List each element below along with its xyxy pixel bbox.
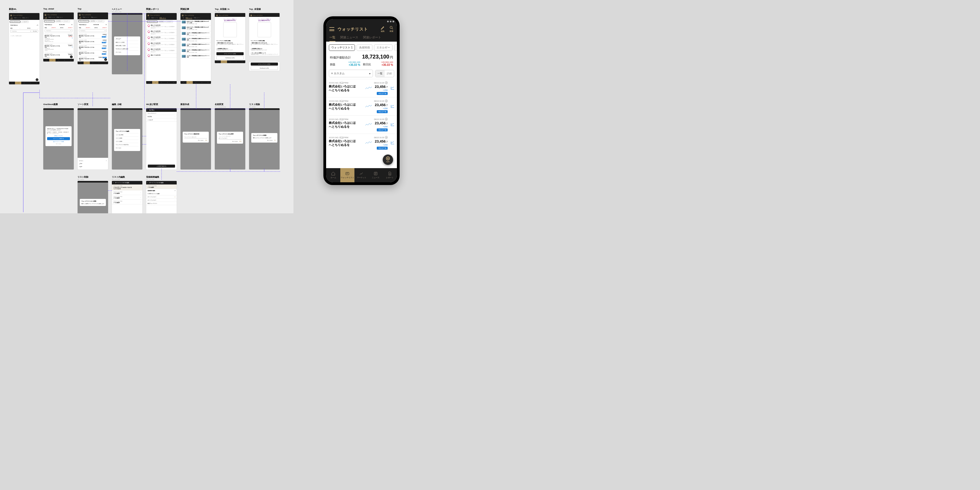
add-icon[interactable] xyxy=(385,100,388,102)
thumb-new-wl: ウォッチリスト 一覧関連ニュース関連レポート ウォッチリスト 1とりあえず 時価… xyxy=(9,13,40,84)
back-icon[interactable]: ‹ xyxy=(148,109,148,111)
chart-icon[interactable] xyxy=(391,123,394,126)
frame-new-wl: 新規WL WL_Top_New ウォッチリスト 一覧関連ニュース関連レポート ウ… xyxy=(9,8,40,84)
search-icon xyxy=(389,25,394,30)
drag-icon[interactable]: ≡ xyxy=(175,113,175,114)
device-frame: ウォッチリスト 編集 検索 一覧 関連ニュース xyxy=(323,16,399,185)
fab-add[interactable]: + xyxy=(36,78,38,81)
seg-list[interactable]: 一覧 xyxy=(375,70,385,77)
total-amount: 18,723,100円 xyxy=(362,54,393,60)
fab-add[interactable]: 追加 xyxy=(383,155,393,165)
frame-unreg: Top_未登録 WL_Top ウォッチリスト ウォッチリストに登録して あなた専… xyxy=(249,8,280,71)
status-square-icon xyxy=(393,21,394,22)
chip-fx[interactable]: 為替関係 xyxy=(356,44,372,51)
pnl-label: 損益 xyxy=(330,63,336,67)
list-item[interactable]: XXXX.NG 名証PRM株式会社いろはにほへとちりぬるを 08/10 18:2… xyxy=(326,133,397,152)
chart-icon[interactable] xyxy=(391,141,394,144)
home-icon xyxy=(148,24,150,27)
frame-subtitle: WL_Top_New xyxy=(9,11,40,13)
sparkline-icon xyxy=(365,104,372,109)
tab-watchlist[interactable]: ウォッチリスト xyxy=(340,168,355,182)
status-dot-icon xyxy=(390,21,391,22)
sparkline-icon xyxy=(365,122,372,127)
market-icon xyxy=(360,171,364,176)
svg-point-0 xyxy=(390,26,392,29)
back-icon[interactable]: ‹ xyxy=(113,182,114,183)
burger-icon[interactable] xyxy=(148,15,149,16)
page-title: ウォッチリスト xyxy=(337,27,377,32)
frame-delete: リスト削除 WL_delete ウォッチリストの削除 選択したウォッチリストを削… xyxy=(249,103,280,170)
plus-icon xyxy=(386,157,390,160)
create-name-input[interactable] xyxy=(184,136,207,138)
pencil-icon xyxy=(380,25,385,30)
chart-icon[interactable] xyxy=(391,105,394,108)
promo-hero xyxy=(223,22,237,37)
add-icon[interactable] xyxy=(385,118,388,121)
home-icon xyxy=(331,171,336,176)
prev-value: +49,960,100 +36.03 % xyxy=(381,61,393,67)
back-icon[interactable]: ‹ xyxy=(148,182,148,183)
chip-watchlist-1[interactable]: ウォッチリスト 1 xyxy=(329,44,355,51)
frame-rename: 名前変更 WL_ChangeName ウォッチリスト名を変更 ウォッチリスト名を… xyxy=(215,103,245,170)
pnl-value: +49,960,100 +36.03 % xyxy=(348,61,360,67)
tab-report[interactable]: レポート xyxy=(383,168,397,182)
tab-news[interactable]: 関連ニュース xyxy=(340,35,358,42)
report-icon xyxy=(388,171,392,176)
frame-top: Top WL_Top_Default ウォッチリスト 一覧関連ニュース関連レポー… xyxy=(78,8,108,64)
burger-icon[interactable] xyxy=(79,14,81,16)
view-segment: 一覧 詳細 xyxy=(375,70,394,77)
frame-unreg-fv: Top_未登録_fv WL_Top ウォッチリスト ウォッチリストに登録して あ… xyxy=(215,8,245,63)
watchlist-icon xyxy=(345,171,350,176)
item-timestamp: 08/10 18:28 xyxy=(374,82,384,84)
item-change: +150 xyxy=(374,89,388,91)
prev-label: 前日比 xyxy=(363,63,371,67)
burger-icon[interactable] xyxy=(10,15,12,16)
edit-button[interactable]: 編集 xyxy=(380,25,385,33)
tab-list[interactable]: 一覧 xyxy=(329,35,336,42)
chevron-down-icon: ▾ xyxy=(369,72,371,75)
chip-energy[interactable]: エネルギー xyxy=(374,44,393,51)
frame-list-edit: リスト内編集 WL_List_Edit ‹ポートフォリオ 1の編集 7203.T… xyxy=(112,176,142,213)
frame-top-detail: Top_detail WL_Top_Default_detail ウォッチリスト… xyxy=(43,8,74,62)
burger-icon[interactable] xyxy=(329,27,334,31)
burger-icon[interactable] xyxy=(182,15,183,16)
frame-create: 新規作成 WL_NewName ウォッチリスト新規作成 キャンセル作成 xyxy=(180,103,211,170)
app-header: ウォッチリスト 編集 検索 一覧 関連ニュース xyxy=(326,24,397,42)
frame-onestock: OneStock連携 WL_Onestock FINTOSに対して、OneSto… xyxy=(43,103,74,170)
fab-add[interactable]: + xyxy=(104,58,107,61)
item-name: 株式会社いろはにほへとちりぬるを xyxy=(329,84,363,92)
list-item[interactable]: XXXX.NG 名証PRM 株式会社いろはにほへとちりぬるを 08/10 18:… xyxy=(326,79,397,97)
list-item[interactable]: XXXX.NG 名証PRM株式会社いろはにほへとちりぬるを 08/10 18:2… xyxy=(326,97,397,115)
frame-sort: ソート変更 WL_Sort カスタム✓ 上昇率 下落率 xyxy=(78,103,108,170)
seg-detail[interactable]: 詳細 xyxy=(385,70,394,77)
sort-select[interactable]: ≡ カスタム ▾ xyxy=(329,70,373,77)
status-bar xyxy=(326,19,397,24)
totals-panel: 時価評価額合計 18,723,100円 損益 +49,960,100 +36.0… xyxy=(326,51,397,68)
tab-reports[interactable]: 関連レポート xyxy=(363,35,381,42)
frame-delete2: リスト削除 WL_delete ウォッチリストから削除 選択した銘柄をウォッチリ… xyxy=(78,176,108,213)
chart-icon[interactable] xyxy=(391,87,394,89)
tab-market[interactable]: マーケット xyxy=(355,168,369,182)
tab-home[interactable]: ホーム xyxy=(326,168,340,182)
chip-misc[interactable]: とりあえず xyxy=(394,44,397,51)
frame-news: 関連記事 WL_News ウォッチリスト 一覧関連ニュース関連レポート NRI … xyxy=(180,8,211,84)
frame-stock-edit: 登録銘柄編集 WL_List_Edit ‹ポートフォリオ 1の編集 7203.T… xyxy=(146,176,177,213)
frame-reorder: WL並び変更 WL_Edit ‹並び替え ウォッチリスト 1 ≡ 為替関係 ≡ … xyxy=(146,103,177,170)
sort-icon: ≡ xyxy=(331,72,334,75)
total-label: 時価評価額合計 xyxy=(330,56,351,60)
tab-news[interactable]: ニュース xyxy=(369,168,383,182)
watchlist-chips: ウォッチリスト 1 為替関係 エネルギー とりあえず xyxy=(326,42,397,51)
list-item[interactable]: XXXX.NG 名証PRM株式会社いろはにほへとちりぬるを 08/10 18:2… xyxy=(326,115,397,133)
rename-input[interactable] xyxy=(219,137,242,140)
sort-row: ≡ カスタム ▾ 一覧 詳細 xyxy=(326,68,397,79)
burger-icon[interactable] xyxy=(45,14,46,16)
header-tabs: 一覧 関連ニュース 関連レポート xyxy=(329,35,394,42)
item-code: XXXX.NG 名証PRM xyxy=(329,81,363,84)
fab-add[interactable]: + xyxy=(70,56,73,58)
close-icon[interactable]: × xyxy=(175,190,175,191)
sparkline-icon xyxy=(365,141,372,145)
search-button[interactable]: 検索 xyxy=(389,25,394,33)
add-icon[interactable] xyxy=(385,81,388,84)
add-icon[interactable] xyxy=(385,136,388,139)
frame-edit: 編集_分岐 WL_Menu_Edit ウォッチリストの編集 リスト名を変更 リス… xyxy=(112,103,142,170)
